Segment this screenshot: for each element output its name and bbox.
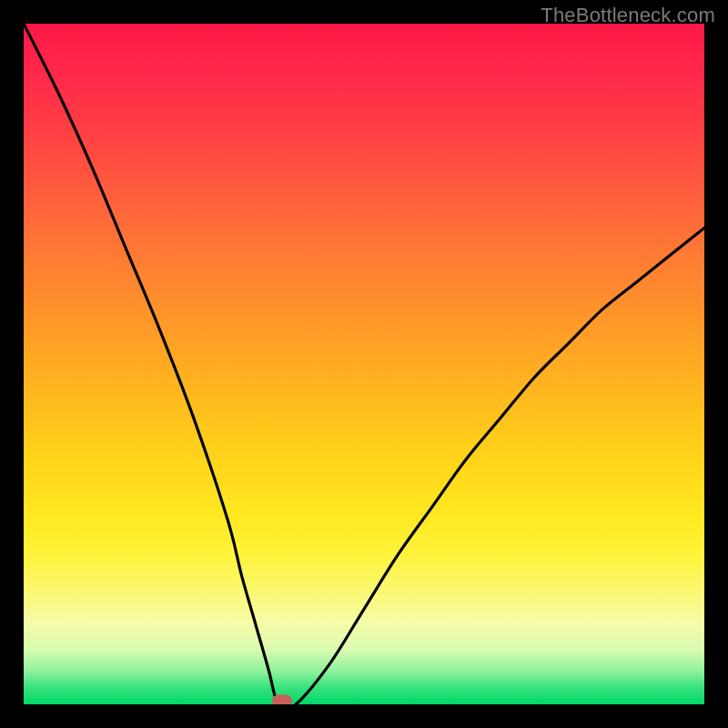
watermark-text: TheBottleneck.com bbox=[541, 4, 715, 27]
chart-frame: TheBottleneck.com bbox=[0, 0, 728, 728]
optimum-marker bbox=[272, 695, 292, 705]
bottleneck-curve bbox=[24, 24, 704, 704]
plot-area bbox=[24, 24, 704, 704]
